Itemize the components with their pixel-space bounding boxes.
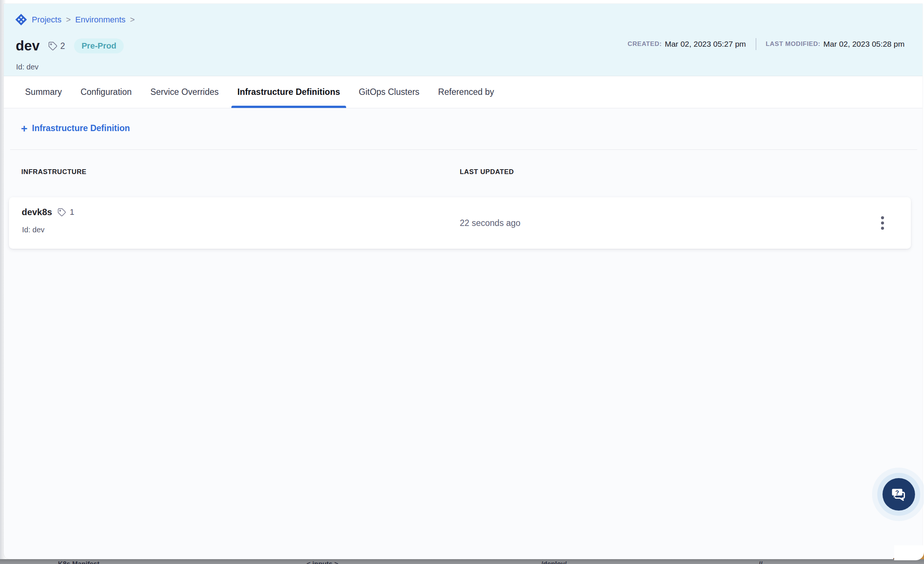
last-modified-value: Mar 02, 2023 05:28 pm [824,40,904,49]
row-options-menu-button[interactable] [875,197,890,249]
add-infrastructure-definition-label: Infrastructure Definition [32,123,130,133]
background-window-strip: K8s Manifest < inputs > /deploy/ // [0,559,924,564]
environment-details-page: Projects > Environments > dev 2 Pre-Prod… [4,4,922,559]
infrastructure-id: Id: dev [22,226,45,234]
clipped-text-fragment: // [759,560,762,564]
help-chat-button[interactable]: ? [882,478,915,510]
breadcrumb-link-projects[interactable]: Projects [32,15,61,25]
tab-gitops-clusters[interactable]: GitOps Clusters [359,76,419,108]
column-header-infrastructure: INFRASTRUCTURE [21,168,86,176]
infrastructure-definitions-panel: + Infrastructure Definition INFRASTRUCTU… [4,108,922,559]
clipped-text-fragment: K8s Manifest [58,560,99,564]
section-divider [10,150,917,150]
help-chat-icon: ? [890,486,908,503]
tab-referenced-by[interactable]: Referenced by [438,76,494,108]
header-meta: CREATED: Mar 02, 2023 05:27 pm LAST MODI… [628,38,904,50]
infrastructure-name: devk8s [22,207,52,217]
tab-infrastructure-definitions[interactable]: Infrastructure Definitions [237,76,340,108]
table-header: INFRASTRUCTURE LAST UPDATED [4,168,922,181]
harness-projects-icon [15,13,27,26]
environment-tab-bar: Summary Configuration Service Overrides … [4,76,922,108]
page-title: dev [16,38,40,54]
tag-count: 2 [60,41,65,51]
infrastructure-name-group: devk8s 1 [22,207,74,217]
tab-configuration[interactable]: Configuration [80,76,132,108]
tab-service-overrides[interactable]: Service Overrides [150,76,219,108]
tag-icon [48,41,58,51]
last-modified-label: LAST MODIFIED: [766,40,820,48]
plus-icon: + [21,124,28,133]
environment-tags[interactable]: 2 [48,41,65,51]
breadcrumb-separator: > [66,15,70,25]
table-row[interactable]: devk8s 1 Id: dev 22 seconds ago [9,197,911,249]
tag-count: 1 [69,207,74,217]
clipped-text-fragment: < inputs > [306,560,338,564]
meta-divider [756,38,756,50]
add-infrastructure-definition-button[interactable]: + Infrastructure Definition [21,123,130,133]
column-header-last-updated: LAST UPDATED [460,168,514,176]
created-value: Mar 02, 2023 05:27 pm [664,40,746,49]
environment-id: Id: dev [16,63,39,71]
environment-type-badge: Pre-Prod [74,39,124,54]
tag-icon [57,208,66,217]
environment-header: Projects > Environments > dev 2 Pre-Prod… [4,4,922,76]
breadcrumb-link-environments[interactable]: Environments [75,15,126,25]
environment-title-row: dev 2 Pre-Prod [16,38,124,54]
svg-text:?: ? [895,489,899,496]
window-corner-mask [894,545,924,560]
breadcrumb-separator: > [130,15,135,25]
tab-summary[interactable]: Summary [25,76,62,108]
last-updated-value: 22 seconds ago [460,197,520,249]
clipped-text-fragment: /deploy/ [541,560,567,564]
created-label: CREATED: [628,40,662,48]
breadcrumb: Projects > Environments > [15,13,135,26]
